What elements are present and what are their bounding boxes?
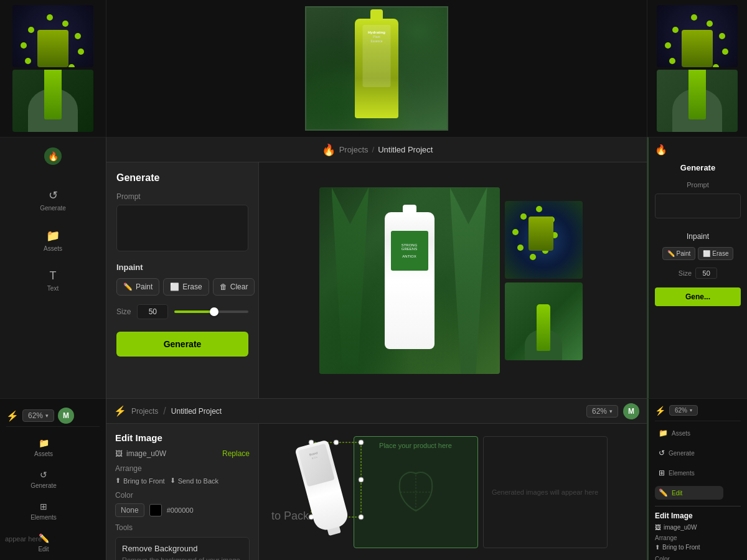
flame-icon: 🔥 xyxy=(48,151,59,161)
color-hex-value: #000000 xyxy=(167,506,194,514)
br-bring-front[interactable]: ⬆ Bring to Front xyxy=(655,544,741,551)
color-section: Color None #000000 xyxy=(115,491,250,517)
sidebar-item-generate[interactable]: ↺ Generate xyxy=(11,185,95,215)
bot-generate-label: Generate xyxy=(31,482,57,489)
clear-button[interactable]: 🗑 Clear xyxy=(213,278,255,296)
br-generate-label: Generate xyxy=(669,450,695,457)
bot-right-percentage: 62% ▾ xyxy=(669,405,698,416)
br-image-name: image_u0W xyxy=(664,524,697,531)
bot-breadcrumb-sep: / xyxy=(163,406,166,417)
prompt-input[interactable] xyxy=(116,205,248,251)
bot-project-name: Untitled Project xyxy=(171,407,222,416)
header-projects-label: Projects xyxy=(339,145,369,154)
bot-elements-label: Elements xyxy=(31,514,57,521)
br-edit-label: Edit xyxy=(672,490,682,497)
br-assets-label: Assets xyxy=(672,430,690,437)
bring-to-front-btn[interactable]: ⬆ Bring to Front xyxy=(115,477,165,485)
bot-right-nav: 📁 Assets ↺ Generate ⊞ Elements ✏️ Edit xyxy=(655,426,741,500)
br-image-icon: 🖼 xyxy=(655,524,661,531)
br-generate-icon: ↺ xyxy=(659,449,665,457)
bot-right-generate[interactable]: ↺ Generate xyxy=(655,446,723,460)
edit-image-title: Edit Image xyxy=(115,432,250,443)
generate-button[interactable]: Generate xyxy=(116,332,248,357)
bottom-center: ⚡ Projects / Untitled Project 62% ▾ M Ed… xyxy=(106,398,647,560)
erase-button[interactable]: ⬜ Erase xyxy=(163,278,209,296)
color-swatch[interactable] xyxy=(149,504,162,516)
edit-image-panel: Edit Image 🖼 image_u0W Replace Arrange ⬆… xyxy=(106,424,259,560)
mirror-generate-title: Generate xyxy=(680,163,715,172)
bot-right-edit[interactable]: ✏️ Edit xyxy=(655,486,723,500)
bot-user-avatar: M xyxy=(623,403,639,419)
tools-section: Tools Remove Background Remove the backg… xyxy=(115,523,250,560)
generated-placeholder-box: Generated images will appear here xyxy=(483,436,608,548)
canvas-areas: Brand & Co Place your product here xyxy=(299,436,608,548)
chevron-down-icon-bot: ▾ xyxy=(609,408,613,414)
product-placeholder-text: Place your product here xyxy=(354,442,477,449)
bot-brand-icon: ⚡ xyxy=(114,405,126,417)
bot-sidebar-generate[interactable]: ↺ Generate xyxy=(6,466,81,493)
arrange-section: Arrange ⬆ Bring to Front ⬇ Send to Back xyxy=(115,464,250,485)
bot-sidebar-assets[interactable]: 📁 Assets xyxy=(6,434,81,461)
paint-button[interactable]: ✏️ Paint xyxy=(116,278,159,296)
size-input[interactable] xyxy=(137,304,168,319)
mirror-erase-btn[interactable]: ⬜ Erase xyxy=(698,247,733,260)
br-edit-title: Edit Image xyxy=(655,511,741,520)
bottom-left-panel: ⚡ 62% ▾ M 📁 Assets ↺ Generate ⊞ Elem xyxy=(0,398,106,560)
top-right-panel xyxy=(647,0,747,137)
bot-right-assets[interactable]: 📁 Assets xyxy=(655,426,723,440)
assets-nav-label: Assets xyxy=(44,245,62,252)
bottle-rock-image-top-right xyxy=(657,70,738,132)
mirror-generate-button[interactable]: Gene... xyxy=(655,287,741,306)
product-placeholder-box[interactable]: Place your product here xyxy=(354,436,478,548)
bot-header-right: 62% ▾ M xyxy=(586,403,639,419)
top-center-panel: Hydrating Plant Essence xyxy=(106,0,647,137)
right-thumb-2[interactable] xyxy=(505,282,583,360)
trash-icon: 🗑 xyxy=(220,282,227,291)
mirror-paint-btn[interactable]: ✏️ Paint xyxy=(662,247,696,260)
tube-with-handles: Brand & Co xyxy=(299,442,349,542)
replace-button[interactable]: Replace xyxy=(222,449,250,458)
assets-icon: 📁 xyxy=(46,229,60,243)
header-brand-icon: 🔥 xyxy=(322,143,336,157)
bot-assets-label: Assets xyxy=(34,450,53,457)
middle-header: 🔥 Projects / Untitled Project xyxy=(106,138,647,162)
send-to-back-btn[interactable]: ⬇ Send to Back xyxy=(170,477,218,485)
product-bottle-top: Hydrating Plant Essence xyxy=(355,19,398,118)
bottom-right-mirror: ⚡ 62% ▾ 📁 Assets ↺ Generate ⊞ Elements ✏… xyxy=(647,398,747,560)
app-logo: 🔥 xyxy=(44,147,62,165)
right-thumb-1[interactable] xyxy=(505,201,583,279)
size-label: Size xyxy=(116,307,131,316)
br-arrange-label: Arrange xyxy=(655,534,741,541)
mirror-prompt-input[interactable] xyxy=(655,194,741,218)
br-assets-icon: 📁 xyxy=(659,429,668,437)
generate-icon: ↺ xyxy=(49,189,58,202)
bot-elements-icon: ⊞ xyxy=(40,502,47,511)
arrange-buttons: ⬆ Bring to Front ⬇ Send to Back xyxy=(115,477,250,485)
bot-right-edit-panel: Edit Image 🖼 image_u0W Arrange ⬆ Bring t… xyxy=(655,506,741,560)
tube-product: Brand & Co xyxy=(286,437,360,546)
bot-sidebar-elements[interactable]: ⊞ Elements xyxy=(6,498,81,525)
remove-bg-card[interactable]: Remove Background Remove the background … xyxy=(115,537,250,560)
header-project-name: Untitled Project xyxy=(378,145,433,154)
mirror-erase-icon: ⬜ xyxy=(703,250,710,257)
color-label: Color xyxy=(115,491,250,500)
br-image-name-row: 🖼 image_u0W xyxy=(655,524,741,531)
image-name: image_u0W xyxy=(126,449,166,458)
bot-projects-label: Projects xyxy=(131,407,158,416)
bot-left-percentage: 62% ▾ xyxy=(22,409,54,422)
bot-right-elements[interactable]: ⊞ Elements xyxy=(655,466,723,480)
main-canvas: STRONGGREENSANTIOX xyxy=(259,162,647,398)
tools-label: Tools xyxy=(115,523,250,532)
sidebar-item-assets[interactable]: 📁 Assets xyxy=(11,225,95,256)
sidebar-item-text[interactable]: T Text xyxy=(11,266,95,296)
none-select[interactable]: None xyxy=(115,503,144,517)
product-canvas: STRONGGREENSANTIOX xyxy=(319,187,500,374)
bot-percentage-badge[interactable]: 62% ▾ xyxy=(586,405,618,418)
breadcrumb-separator: / xyxy=(372,145,375,154)
br-elements-label: Elements xyxy=(669,470,695,477)
panel-title: Generate xyxy=(116,172,248,184)
leaf-decoration xyxy=(391,467,441,517)
top-center-image: Hydrating Plant Essence xyxy=(305,6,448,131)
size-slider[interactable] xyxy=(174,310,248,313)
dot-cluster-image-top-right xyxy=(657,5,738,67)
